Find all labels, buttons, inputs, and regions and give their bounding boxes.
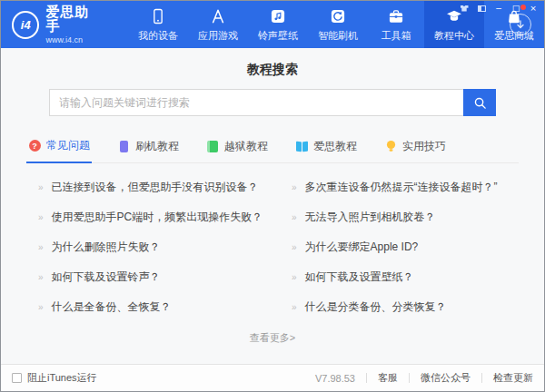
maximize-button[interactable]: □ [510, 4, 521, 13]
version-label: V7.98.53 [315, 373, 355, 384]
collapse-header-button[interactable] [510, 14, 531, 35]
view-more-link[interactable]: 查看更多> [1, 331, 544, 345]
chevron-bullet-icon: » [292, 242, 297, 252]
open-book-icon [295, 140, 308, 152]
faq-link[interactable]: »已连接到设备，但爱思助手没有识别设备？ [26, 172, 265, 202]
checkbox-icon[interactable] [12, 373, 22, 383]
layout-menu-icon[interactable] [476, 4, 487, 13]
window-controls: − □ × [459, 4, 539, 13]
chevron-bullet-icon: » [38, 182, 44, 192]
faq-link[interactable]: »什么是全备份、全恢复？ [26, 292, 265, 322]
tutorial-search-page: 教程搜索 ? 常见问题 刷机教程 越狱教程 爱思教程 [1, 48, 544, 364]
nav-item-toolbox[interactable]: 工具箱 [368, 1, 424, 48]
top-navigation-bar: i4 爱思助手 www.i4.cn 我的设备 应用游戏 [1, 1, 544, 48]
faq-link[interactable]: »无法导入照片到相机胶卷？ [280, 202, 519, 232]
appstore-icon [208, 6, 228, 26]
i4-logo-icon: i4 [12, 11, 39, 39]
chevron-bullet-icon: » [292, 302, 297, 312]
search-icon [473, 96, 487, 110]
checkbox-label: 阻止iTunes运行 [27, 371, 97, 385]
minimize-button[interactable]: − [493, 4, 504, 13]
search-input[interactable] [49, 89, 463, 116]
refresh-flash-icon [328, 6, 348, 26]
tab-practical-tips[interactable]: 实用技巧 [382, 138, 448, 162]
nav-item-ringtones-wallpapers[interactable]: 铃声壁纸 [248, 1, 308, 48]
tab-flash-tutorial[interactable]: 刷机教程 [115, 138, 181, 162]
faq-link[interactable]: »多次重连设备仍然提示“连接设备超时？” [280, 172, 519, 202]
chevron-bullet-icon: » [38, 212, 44, 222]
faq-link[interactable]: »如何下载及设置壁纸？ [280, 262, 519, 292]
jailbreak-book-icon [206, 140, 219, 152]
lightbulb-icon [384, 140, 397, 152]
nav-item-my-devices[interactable]: 我的设备 [128, 1, 188, 48]
nav-item-smart-flash[interactable]: 智能刷机 [308, 1, 368, 48]
check-update-link[interactable]: 检查更新 [493, 371, 533, 385]
faq-question-list: »已连接到设备，但爱思助手没有识别设备？ »多次重连设备仍然提示“连接设备超时？… [26, 172, 519, 322]
close-button[interactable]: × [528, 4, 539, 13]
toolbox-icon [386, 6, 406, 26]
brand-name: 爱思助手 [45, 5, 103, 34]
search-button[interactable] [463, 89, 496, 116]
faq-link[interactable]: »使用爱思助手PC端时，频繁出现操作失败？ [26, 202, 265, 232]
chevron-bullet-icon: » [292, 182, 297, 192]
tutorial-category-tabs: ? 常见问题 刷机教程 越狱教程 爱思教程 实用技巧 [26, 138, 519, 163]
status-bar: 阻止iTunes运行 V7.98.53 客服 微信公众号 检查更新 [1, 364, 544, 391]
chevron-bullet-icon: » [38, 272, 44, 282]
phone-flash-icon [117, 140, 130, 152]
tab-faq[interactable]: ? 常见问题 [26, 138, 92, 163]
arrow-down-icon [515, 19, 526, 30]
tab-jailbreak-tutorial[interactable]: 越狱教程 [204, 138, 270, 162]
page-title: 教程搜索 [1, 62, 544, 78]
divider [409, 373, 410, 383]
wechat-account-link[interactable]: 微信公众号 [421, 371, 471, 385]
divider [366, 373, 367, 383]
chevron-bullet-icon: » [38, 302, 44, 312]
faq-link[interactable]: »为什么要绑定Apple ID? [280, 232, 519, 262]
phone-icon [148, 6, 168, 26]
logo-text: i4 [21, 18, 31, 32]
chevron-bullet-icon: » [292, 272, 297, 282]
nav-item-apps-games[interactable]: 应用游戏 [188, 1, 248, 48]
faq-link[interactable]: »为什么删除照片失败？ [26, 232, 265, 262]
skin-theme-icon[interactable] [459, 4, 470, 13]
brand-logo: i4 爱思助手 www.i4.cn [1, 1, 103, 48]
faq-link[interactable]: »如何下载及设置铃声？ [26, 262, 265, 292]
brand-site-url: www.i4.cn [45, 36, 103, 45]
customer-service-link[interactable]: 客服 [378, 371, 398, 385]
block-itunes-checkbox[interactable]: 阻止iTunes运行 [12, 371, 97, 385]
search-bar [49, 89, 496, 116]
app-window: i4 爱思助手 www.i4.cn 我的设备 应用游戏 [0, 0, 545, 392]
chevron-bullet-icon: » [292, 212, 297, 222]
faq-link[interactable]: »什么是分类备份、分类恢复？ [280, 292, 519, 322]
chevron-bullet-icon: » [38, 242, 44, 252]
tab-i4-tutorial[interactable]: 爱思教程 [293, 138, 359, 162]
question-mark-icon: ? [28, 140, 41, 152]
divider [481, 373, 482, 383]
music-note-icon [268, 6, 288, 26]
